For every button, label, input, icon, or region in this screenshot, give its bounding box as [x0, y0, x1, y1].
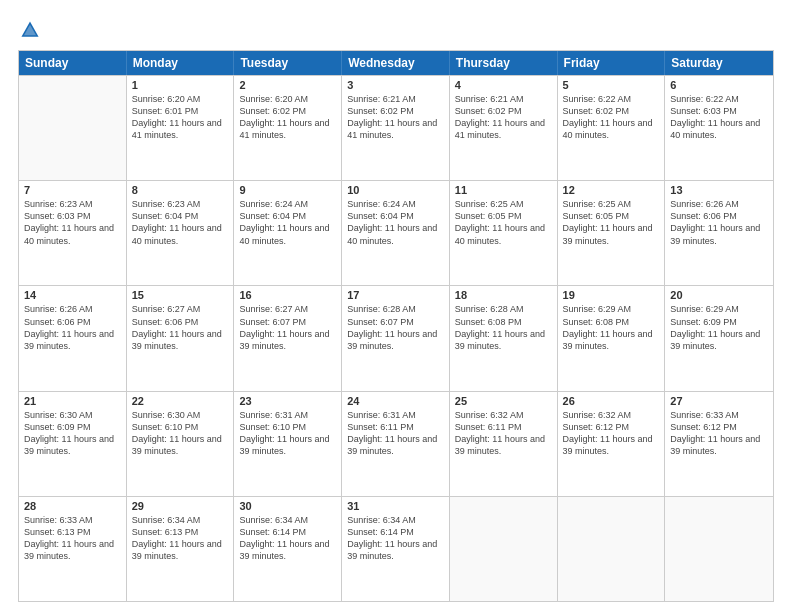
calendar-week-2: 7Sunrise: 6:23 AM Sunset: 6:03 PM Daylig… — [19, 180, 773, 285]
cell-info: Sunrise: 6:22 AM Sunset: 6:03 PM Dayligh… — [670, 93, 768, 142]
cell-info: Sunrise: 6:34 AM Sunset: 6:13 PM Dayligh… — [132, 514, 229, 563]
calendar-cell: 10Sunrise: 6:24 AM Sunset: 6:04 PM Dayli… — [342, 181, 450, 285]
cell-day-number: 30 — [239, 500, 336, 512]
calendar-cell: 22Sunrise: 6:30 AM Sunset: 6:10 PM Dayli… — [127, 392, 235, 496]
cell-day-number: 14 — [24, 289, 121, 301]
cell-day-number: 11 — [455, 184, 552, 196]
calendar-cell: 8Sunrise: 6:23 AM Sunset: 6:04 PM Daylig… — [127, 181, 235, 285]
cell-info: Sunrise: 6:24 AM Sunset: 6:04 PM Dayligh… — [347, 198, 444, 247]
cell-info: Sunrise: 6:34 AM Sunset: 6:14 PM Dayligh… — [347, 514, 444, 563]
calendar-cell — [19, 76, 127, 180]
cell-day-number: 19 — [563, 289, 660, 301]
header-day-monday: Monday — [127, 51, 235, 75]
cell-day-number: 29 — [132, 500, 229, 512]
calendar-week-5: 28Sunrise: 6:33 AM Sunset: 6:13 PM Dayli… — [19, 496, 773, 601]
cell-day-number: 18 — [455, 289, 552, 301]
cell-day-number: 8 — [132, 184, 229, 196]
calendar-cell: 9Sunrise: 6:24 AM Sunset: 6:04 PM Daylig… — [234, 181, 342, 285]
cell-day-number: 7 — [24, 184, 121, 196]
calendar-cell: 20Sunrise: 6:29 AM Sunset: 6:09 PM Dayli… — [665, 286, 773, 390]
cell-day-number: 12 — [563, 184, 660, 196]
cell-day-number: 9 — [239, 184, 336, 196]
cell-info: Sunrise: 6:32 AM Sunset: 6:12 PM Dayligh… — [563, 409, 660, 458]
calendar-cell: 27Sunrise: 6:33 AM Sunset: 6:12 PM Dayli… — [665, 392, 773, 496]
logo — [18, 18, 46, 42]
header-day-saturday: Saturday — [665, 51, 773, 75]
cell-day-number: 10 — [347, 184, 444, 196]
cell-info: Sunrise: 6:21 AM Sunset: 6:02 PM Dayligh… — [455, 93, 552, 142]
calendar-cell: 4Sunrise: 6:21 AM Sunset: 6:02 PM Daylig… — [450, 76, 558, 180]
cell-info: Sunrise: 6:29 AM Sunset: 6:08 PM Dayligh… — [563, 303, 660, 352]
cell-day-number: 23 — [239, 395, 336, 407]
header — [18, 18, 774, 42]
calendar-cell: 11Sunrise: 6:25 AM Sunset: 6:05 PM Dayli… — [450, 181, 558, 285]
calendar-cell: 18Sunrise: 6:28 AM Sunset: 6:08 PM Dayli… — [450, 286, 558, 390]
calendar-cell: 23Sunrise: 6:31 AM Sunset: 6:10 PM Dayli… — [234, 392, 342, 496]
calendar-cell: 29Sunrise: 6:34 AM Sunset: 6:13 PM Dayli… — [127, 497, 235, 601]
cell-day-number: 21 — [24, 395, 121, 407]
cell-info: Sunrise: 6:22 AM Sunset: 6:02 PM Dayligh… — [563, 93, 660, 142]
cell-day-number: 3 — [347, 79, 444, 91]
calendar-cell: 14Sunrise: 6:26 AM Sunset: 6:06 PM Dayli… — [19, 286, 127, 390]
cell-info: Sunrise: 6:31 AM Sunset: 6:11 PM Dayligh… — [347, 409, 444, 458]
calendar-cell: 31Sunrise: 6:34 AM Sunset: 6:14 PM Dayli… — [342, 497, 450, 601]
calendar-cell: 15Sunrise: 6:27 AM Sunset: 6:06 PM Dayli… — [127, 286, 235, 390]
cell-info: Sunrise: 6:23 AM Sunset: 6:04 PM Dayligh… — [132, 198, 229, 247]
calendar-cell: 28Sunrise: 6:33 AM Sunset: 6:13 PM Dayli… — [19, 497, 127, 601]
header-day-wednesday: Wednesday — [342, 51, 450, 75]
calendar: SundayMondayTuesdayWednesdayThursdayFrid… — [18, 50, 774, 602]
calendar-header-row: SundayMondayTuesdayWednesdayThursdayFrid… — [19, 51, 773, 75]
calendar-cell: 19Sunrise: 6:29 AM Sunset: 6:08 PM Dayli… — [558, 286, 666, 390]
header-day-sunday: Sunday — [19, 51, 127, 75]
calendar-cell — [450, 497, 558, 601]
logo-icon — [18, 18, 42, 42]
cell-day-number: 24 — [347, 395, 444, 407]
cell-day-number: 15 — [132, 289, 229, 301]
cell-day-number: 6 — [670, 79, 768, 91]
cell-info: Sunrise: 6:25 AM Sunset: 6:05 PM Dayligh… — [563, 198, 660, 247]
calendar-cell: 2Sunrise: 6:20 AM Sunset: 6:02 PM Daylig… — [234, 76, 342, 180]
calendar-cell: 5Sunrise: 6:22 AM Sunset: 6:02 PM Daylig… — [558, 76, 666, 180]
calendar-cell: 13Sunrise: 6:26 AM Sunset: 6:06 PM Dayli… — [665, 181, 773, 285]
calendar-cell: 16Sunrise: 6:27 AM Sunset: 6:07 PM Dayli… — [234, 286, 342, 390]
cell-info: Sunrise: 6:29 AM Sunset: 6:09 PM Dayligh… — [670, 303, 768, 352]
cell-day-number: 27 — [670, 395, 768, 407]
calendar-cell: 26Sunrise: 6:32 AM Sunset: 6:12 PM Dayli… — [558, 392, 666, 496]
calendar-page: SundayMondayTuesdayWednesdayThursdayFrid… — [0, 0, 792, 612]
cell-info: Sunrise: 6:33 AM Sunset: 6:12 PM Dayligh… — [670, 409, 768, 458]
cell-info: Sunrise: 6:20 AM Sunset: 6:01 PM Dayligh… — [132, 93, 229, 142]
cell-day-number: 25 — [455, 395, 552, 407]
cell-info: Sunrise: 6:21 AM Sunset: 6:02 PM Dayligh… — [347, 93, 444, 142]
cell-day-number: 13 — [670, 184, 768, 196]
cell-day-number: 28 — [24, 500, 121, 512]
cell-info: Sunrise: 6:26 AM Sunset: 6:06 PM Dayligh… — [24, 303, 121, 352]
calendar-cell: 12Sunrise: 6:25 AM Sunset: 6:05 PM Dayli… — [558, 181, 666, 285]
cell-info: Sunrise: 6:20 AM Sunset: 6:02 PM Dayligh… — [239, 93, 336, 142]
header-day-friday: Friday — [558, 51, 666, 75]
cell-info: Sunrise: 6:30 AM Sunset: 6:10 PM Dayligh… — [132, 409, 229, 458]
cell-info: Sunrise: 6:31 AM Sunset: 6:10 PM Dayligh… — [239, 409, 336, 458]
cell-info: Sunrise: 6:23 AM Sunset: 6:03 PM Dayligh… — [24, 198, 121, 247]
cell-info: Sunrise: 6:27 AM Sunset: 6:07 PM Dayligh… — [239, 303, 336, 352]
cell-day-number: 2 — [239, 79, 336, 91]
cell-day-number: 4 — [455, 79, 552, 91]
calendar-week-3: 14Sunrise: 6:26 AM Sunset: 6:06 PM Dayli… — [19, 285, 773, 390]
cell-info: Sunrise: 6:34 AM Sunset: 6:14 PM Dayligh… — [239, 514, 336, 563]
cell-info: Sunrise: 6:33 AM Sunset: 6:13 PM Dayligh… — [24, 514, 121, 563]
calendar-cell: 6Sunrise: 6:22 AM Sunset: 6:03 PM Daylig… — [665, 76, 773, 180]
calendar-cell: 17Sunrise: 6:28 AM Sunset: 6:07 PM Dayli… — [342, 286, 450, 390]
calendar-cell: 21Sunrise: 6:30 AM Sunset: 6:09 PM Dayli… — [19, 392, 127, 496]
calendar-cell — [558, 497, 666, 601]
cell-info: Sunrise: 6:25 AM Sunset: 6:05 PM Dayligh… — [455, 198, 552, 247]
header-day-thursday: Thursday — [450, 51, 558, 75]
cell-info: Sunrise: 6:32 AM Sunset: 6:11 PM Dayligh… — [455, 409, 552, 458]
calendar-cell: 3Sunrise: 6:21 AM Sunset: 6:02 PM Daylig… — [342, 76, 450, 180]
cell-day-number: 5 — [563, 79, 660, 91]
calendar-body: 1Sunrise: 6:20 AM Sunset: 6:01 PM Daylig… — [19, 75, 773, 601]
calendar-cell: 7Sunrise: 6:23 AM Sunset: 6:03 PM Daylig… — [19, 181, 127, 285]
calendar-cell: 1Sunrise: 6:20 AM Sunset: 6:01 PM Daylig… — [127, 76, 235, 180]
calendar-week-4: 21Sunrise: 6:30 AM Sunset: 6:09 PM Dayli… — [19, 391, 773, 496]
cell-day-number: 22 — [132, 395, 229, 407]
calendar-cell — [665, 497, 773, 601]
cell-info: Sunrise: 6:28 AM Sunset: 6:07 PM Dayligh… — [347, 303, 444, 352]
